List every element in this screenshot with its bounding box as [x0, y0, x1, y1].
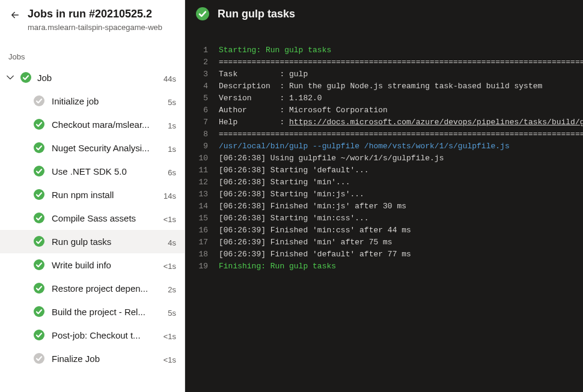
step-duration: 4s: [168, 236, 176, 247]
step-row[interactable]: Checkout mara/mslear...1s: [0, 113, 185, 136]
line-number: 5: [185, 92, 219, 104]
step-duration: <1s: [163, 259, 176, 271]
page-title: Jobs in run #20210525.2: [28, 7, 176, 21]
success-icon: [34, 142, 44, 153]
job-duration: 44s: [163, 72, 176, 83]
line-content: [06:26:38] Starting 'min'...: [219, 176, 583, 188]
step-label: Finalize Job: [52, 354, 156, 364]
log-link[interactable]: https://docs.microsoft.com/azure/devops/…: [289, 118, 583, 127]
log-line: 18[06:26:39] Finished 'default' after 77…: [185, 249, 583, 261]
svg-point-4: [34, 166, 44, 176]
log-line: 4Description : Run the gulp Node.js stre…: [185, 80, 583, 92]
line-number: 14: [185, 201, 219, 213]
svg-point-9: [34, 283, 44, 294]
log-line: 13[06:26:38] Starting 'min:js'...: [185, 188, 583, 201]
step-row[interactable]: Initialize job5s: [0, 89, 185, 113]
step-row[interactable]: Nuget Security Analysi...1s: [0, 136, 185, 160]
line-content: ========================================…: [219, 128, 583, 140]
line-number: 10: [185, 152, 219, 164]
line-number: 4: [185, 80, 219, 92]
line-content: Help : https://docs.microsoft.com/azure/…: [219, 116, 583, 128]
success-icon: [34, 330, 44, 340]
line-content: Starting: Run gulp tasks: [219, 44, 583, 56]
log-line: 11[06:26:38] Starting 'default'...: [185, 164, 583, 176]
step-duration: 2s: [168, 283, 176, 294]
line-content: [06:26:38] Starting 'min:js'...: [219, 188, 583, 201]
line-content: [06:26:38] Finished 'min:js' after 30 ms: [219, 201, 583, 213]
log-line: 9/usr/local/bin/gulp --gulpfile /home/vs…: [185, 140, 583, 152]
log-header: Run gulp tasks: [185, 0, 583, 28]
log-line: 12[06:26:38] Starting 'min'...: [185, 176, 583, 188]
line-content: [06:26:38] Starting 'default'...: [219, 164, 583, 176]
sidebar-header: Jobs in run #20210525.2 mara.mslearn-tai…: [0, 0, 185, 39]
line-content: Finishing: Run gulp tasks: [219, 261, 583, 273]
step-duration: 1s: [168, 142, 176, 154]
step-row[interactable]: Run gulp tasks4s: [0, 230, 185, 253]
jobs-section-label: Jobs: [0, 39, 185, 66]
success-icon: [34, 236, 44, 247]
log-line: 2=======================================…: [185, 56, 583, 68]
step-label: Build the project - Rel...: [52, 307, 160, 317]
line-content: Description : Run the gulp Node.js strea…: [219, 80, 583, 92]
line-number: 2: [185, 56, 219, 68]
success-icon: [34, 189, 44, 200]
step-row[interactable]: Use .NET SDK 5.06s: [0, 160, 185, 183]
line-content: Task : gulp: [219, 68, 583, 80]
back-button[interactable]: [8, 8, 22, 22]
step-duration: <1s: [163, 213, 176, 224]
line-content: Author : Microsoft Corporation: [219, 104, 583, 116]
line-number: 1: [185, 44, 219, 56]
step-row[interactable]: Build the project - Rel...5s: [0, 300, 185, 324]
log-line: 1Starting: Run gulp tasks: [185, 44, 583, 56]
step-row[interactable]: Run npm install14s: [0, 183, 185, 207]
line-number: 9: [185, 140, 219, 152]
log-line: 6Author : Microsoft Corporation: [185, 104, 583, 116]
step-row[interactable]: Post-job: Checkout t...<1s: [0, 324, 185, 347]
line-number: 7: [185, 116, 219, 128]
line-content: [06:26:39] Finished 'default' after 77 m…: [219, 249, 583, 261]
page-subtitle: mara.mslearn-tailspin-spacegame-web: [28, 22, 176, 33]
svg-point-11: [34, 330, 44, 340]
step-label: Use .NET SDK 5.0: [52, 166, 160, 176]
chevron-down-icon: [6, 73, 14, 82]
success-icon: [34, 306, 44, 317]
step-duration: 1s: [168, 119, 176, 130]
step-label: Write build info: [52, 260, 156, 270]
log-panel: Run gulp tasks 1Starting: Run gulp tasks…: [185, 0, 583, 392]
success-icon: [20, 72, 31, 83]
step-label: Checkout mara/mslear...: [52, 119, 160, 130]
step-row[interactable]: Restore project depen...2s: [0, 277, 185, 300]
line-number: 3: [185, 68, 219, 80]
svg-point-10: [34, 306, 44, 317]
svg-point-5: [34, 189, 44, 200]
log-line: 19Finishing: Run gulp tasks: [185, 261, 583, 273]
line-number: 17: [185, 237, 219, 249]
log-line: 3Task : gulp: [185, 68, 583, 80]
sidebar-title-wrap: Jobs in run #20210525.2 mara.mslearn-tai…: [28, 7, 176, 33]
line-number: 16: [185, 225, 219, 237]
step-duration: 14s: [163, 189, 176, 201]
step-row[interactable]: Write build info<1s: [0, 253, 185, 277]
success-icon: [34, 119, 44, 130]
sidebar: Jobs in run #20210525.2 mara.mslearn-tai…: [0, 0, 185, 392]
svg-point-12: [34, 353, 44, 364]
step-list: Initialize job5sCheckout mara/mslear...1…: [0, 89, 185, 370]
svg-point-3: [34, 142, 44, 153]
line-number: 11: [185, 164, 219, 176]
step-duration: <1s: [163, 353, 176, 364]
step-label: Restore project depen...: [52, 283, 160, 294]
check-muted-icon: [34, 353, 44, 364]
line-content: Version : 1.182.0: [219, 92, 583, 104]
step-row[interactable]: Finalize Job<1s: [0, 347, 185, 370]
step-label: Compile Sass assets: [52, 213, 156, 223]
log-body[interactable]: 1Starting: Run gulp tasks2==============…: [185, 28, 583, 392]
line-number: 8: [185, 128, 219, 140]
svg-point-8: [34, 259, 44, 270]
step-duration: 5s: [168, 306, 176, 318]
step-row[interactable]: Compile Sass assets<1s: [0, 207, 185, 230]
step-label: Run npm install: [52, 190, 156, 200]
job-label: Job: [37, 73, 157, 83]
log-line: 8=======================================…: [185, 128, 583, 140]
job-row[interactable]: Job 44s: [0, 66, 185, 89]
svg-point-13: [196, 7, 209, 20]
